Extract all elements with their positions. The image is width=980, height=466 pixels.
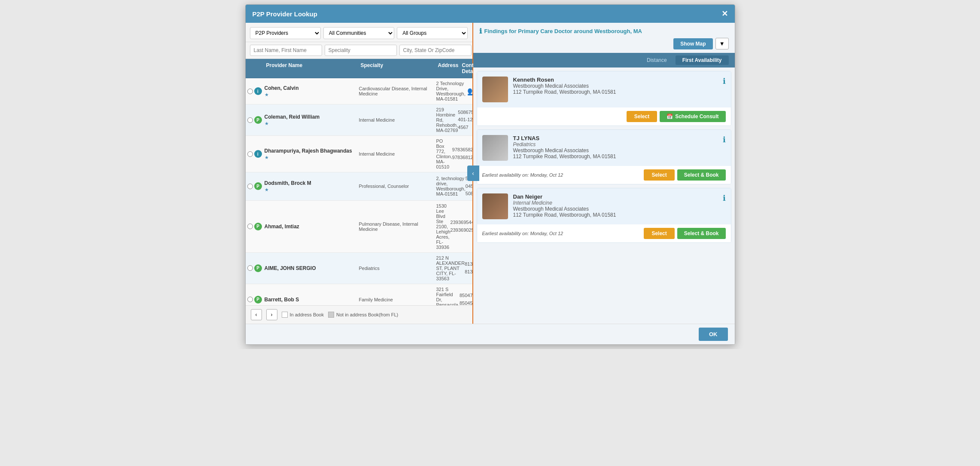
table-body: i Cohen, Calvin ★ Cardiovascular Disease… [246, 78, 472, 305]
provider-badge: i [254, 150, 262, 158]
provider-card-main: Kenneth Rosen Westborough Medical Associ… [477, 71, 731, 107]
provider-info: Kenneth Rosen Westborough Medical Associ… [513, 77, 718, 95]
modal-title: P2P Provider Lookup [253, 10, 317, 18]
provider-name-row: AIME, JOHN SERGIO [265, 265, 359, 271]
provider-photo [482, 77, 508, 102]
row-select-col: P [247, 182, 265, 190]
row-select-col: P [247, 116, 265, 124]
provider-name-col: AIME, JOHN SERGIO [265, 265, 359, 271]
book-button[interactable]: Select & Book [677, 169, 726, 181]
provider-name: Dodsmith, Brock M [265, 180, 311, 186]
right-toolbar: Show Map ▼ [473, 38, 735, 53]
ok-button[interactable]: OK [699, 328, 728, 341]
info-icon[interactable]: ℹ [723, 135, 726, 144]
findings-icon: ℹ [479, 27, 482, 35]
legend-in-book: In address Book [282, 312, 324, 318]
sort-tab-availability[interactable]: First Availability [676, 55, 729, 65]
select-button[interactable]: Select [644, 228, 674, 239]
row-radio[interactable] [247, 297, 253, 302]
provider-name-row: Barrett, Bob S [265, 297, 359, 303]
provider-name-col: Cohen, Calvin ★ [265, 85, 359, 98]
provider-card-main: TJ LYNAS Pediatrics Westborough Medical … [477, 130, 731, 166]
provider-card-name: TJ LYNAS [513, 135, 718, 141]
star-icon: ★ [265, 121, 359, 126]
provider-cards: Kenneth Rosen Westborough Medical Associ… [473, 67, 735, 324]
provider-photo-container [482, 135, 508, 161]
address-cell: 2 Technology Drive, Westborough, MA-0158… [436, 81, 466, 101]
collapse-panel-button[interactable]: ‹ [467, 166, 479, 181]
provider-photo-container [482, 77, 508, 102]
city-input[interactable] [399, 45, 472, 56]
provider-name: Dharampuriya, Rajesh Bhagwandas [265, 148, 352, 154]
address-cell: 2, technology drive, Westborough, MA-015… [436, 176, 466, 196]
provider-card: Kenneth Rosen Westborough Medical Associ… [477, 71, 731, 126]
row-select-col: i [247, 87, 265, 95]
group-select[interactable]: All Groups [397, 27, 468, 39]
provider-info: Dan Neiger Internal Medicine Westborough… [513, 193, 718, 218]
group-icon[interactable]: 👥 [467, 86, 472, 96]
select-button[interactable]: Select [644, 169, 674, 181]
row-radio[interactable] [247, 151, 253, 157]
filter-row: P2P Providers All Communities All Groups [246, 23, 472, 42]
provider-name-row: Dodsmith, Brock M [265, 180, 359, 186]
provider-name-row: Cohen, Calvin [265, 85, 359, 91]
provider-photo [482, 193, 508, 219]
provider-badge: P [254, 182, 262, 190]
provider-name: Ahmad, Imtiaz [265, 224, 299, 230]
provider-name-row: Coleman, Reid William [265, 114, 359, 120]
col-address: Address [436, 62, 460, 74]
table-footer: ‹ › In address Book Not in address Book(… [246, 305, 472, 324]
legend-box-gray [328, 312, 334, 318]
address-cell: PO Box 772, Clinton, MA-01510 [436, 138, 452, 169]
availability-text: Earliest availability on: Monday, Oct 12 [482, 172, 563, 178]
row-radio[interactable] [247, 224, 253, 229]
row-radio[interactable] [247, 89, 253, 94]
legend-not-in-book: Not in address Book(from FL) [328, 312, 398, 318]
table-row: P Coleman, Reid William ★ Internal Medic… [246, 104, 472, 136]
next-button[interactable]: › [266, 309, 277, 320]
show-map-button[interactable]: Show Map [673, 38, 712, 49]
provider-card-addr: 112 Turnpike Road, Westborough, MA 01581 [513, 89, 718, 95]
provider-card-actions: Earliest availability on: Monday, Oct 12… [477, 224, 731, 242]
address-cell: 219 Hornbine Rd, Rehoboth, MA-02769 [436, 107, 458, 133]
row-select-col: i [247, 150, 265, 158]
filter-button[interactable]: ▼ [715, 38, 729, 49]
last-name-input[interactable] [250, 45, 322, 56]
row-radio[interactable] [247, 265, 253, 271]
table-row: i Dharampuriya, Rajesh Bhagwandas ★ Inte… [246, 136, 472, 172]
provider-name-col: Ahmad, Imtiaz [265, 224, 359, 230]
book-button[interactable]: 📅 Schedule Consult [660, 111, 725, 122]
close-button[interactable]: ✕ [721, 9, 728, 18]
sort-tab-distance[interactable]: Distance [640, 55, 674, 65]
select-button[interactable]: Select [627, 111, 657, 122]
table-row: P Barrett, Bob S Family Medicine 321 S F… [246, 284, 472, 305]
provider-name-col: Dodsmith, Brock M ★ [265, 180, 359, 193]
availability-text: Earliest availability on: Monday, Oct 12 [482, 231, 563, 236]
prev-button[interactable]: ‹ [251, 309, 262, 320]
community-select[interactable]: All Communities [323, 27, 394, 39]
address-cell: 321 S Fairfield Dr, Pensacola, FL-32506 [436, 287, 460, 305]
provider-card: Dan Neiger Internal Medicine Westborough… [477, 188, 731, 243]
provider-card-specialty: Internal Medicine [513, 200, 718, 206]
row-radio[interactable] [247, 117, 253, 123]
provider-badge: P [254, 116, 262, 124]
info-icon[interactable]: ℹ [723, 77, 726, 86]
info-icon[interactable]: ℹ [723, 193, 726, 203]
modal-header: P2P Provider Lookup ✕ [246, 5, 735, 23]
provider-name-row: Ahmad, Imtiaz [265, 224, 359, 230]
provider-card-main: Dan Neiger Internal Medicine Westborough… [477, 188, 731, 224]
row-select-col: P [247, 296, 265, 304]
modal-container: P2P Provider Lookup ✕ P2P Providers All … [245, 4, 735, 345]
provider-name-row: Dharampuriya, Rajesh Bhagwandas [265, 148, 359, 154]
provider-name: AIME, JOHN SERGIO [265, 265, 316, 271]
provider-badge: P [254, 296, 262, 304]
col-check [247, 62, 265, 74]
provider-info: TJ LYNAS Pediatrics Westborough Medical … [513, 135, 718, 159]
row-radio[interactable] [247, 184, 253, 189]
book-button[interactable]: Select & Book [677, 228, 726, 239]
provider-name: Barrett, Bob S [265, 297, 299, 303]
specialty-input[interactable] [325, 45, 397, 56]
provider-name: Coleman, Reid William [265, 114, 320, 120]
provider-type-select[interactable]: P2P Providers [250, 27, 321, 39]
provider-card-actions: Earliest availability on: Monday, Oct 12… [477, 166, 731, 184]
